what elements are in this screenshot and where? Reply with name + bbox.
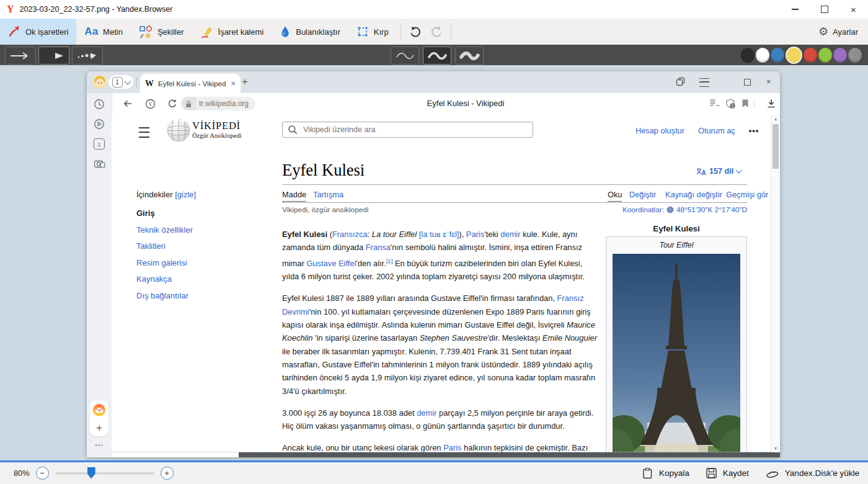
- browser-tabstrip: 1 W Eyfel Kulesi - Vikipedi × + ×: [87, 71, 780, 93]
- thin-wave-icon: [394, 50, 415, 61]
- redo-icon: [430, 25, 443, 38]
- window-minimize-button[interactable]: [781, 0, 810, 19]
- toc-item: Kaynakça: [136, 274, 248, 284]
- tool-blur[interactable]: Bulanıklaştır: [272, 19, 348, 45]
- shield-badge: 1: [732, 104, 734, 108]
- tab-article: Madde: [282, 190, 306, 202]
- marker-tool-icon: [200, 25, 213, 38]
- screenshot-image[interactable]: 1 W Eyfel Kulesi - Vikipedi × + ×: [87, 71, 780, 457]
- language-selector: A 157 dil: [696, 167, 741, 176]
- tab-counter-button: 1: [108, 75, 133, 89]
- tool-marker[interactable]: İşaret kalemi: [192, 19, 272, 45]
- stroke-width-thin-button[interactable]: [391, 47, 419, 65]
- yandex-logo-icon: Y: [7, 4, 14, 14]
- arrow-style-thin-button[interactable]: [5, 47, 36, 65]
- lock-icon: [185, 100, 192, 108]
- tab-talk: Tartışma: [313, 190, 343, 199]
- toc-header: İçindekiler [gizle]: [136, 190, 248, 199]
- palette-color-4[interactable]: [804, 48, 817, 63]
- stroke-width-medium-button[interactable]: [423, 47, 451, 65]
- tabstrip-divider: [136, 78, 137, 87]
- window-close-button[interactable]: ×: [839, 0, 868, 19]
- arrow-style-dotted-button[interactable]: [72, 47, 103, 65]
- title-divider: [282, 184, 747, 185]
- download-icon: [766, 99, 776, 109]
- browser-menu-icon: [699, 78, 709, 87]
- copy-icon: [642, 467, 653, 479]
- editor-statusbar: 80% − + Kopyala Kaydet: [0, 460, 868, 484]
- scroll-up-icon: ▲: [771, 117, 780, 121]
- upload-disk-button[interactable]: Yandex.Disk'e yükle: [765, 467, 859, 479]
- window-maximize-button[interactable]: [810, 0, 839, 19]
- zoom-slider-handle[interactable]: [87, 467, 95, 479]
- bold-arrow-icon: [42, 50, 66, 61]
- browser-tab-active: W Eyfel Kulesi - Vikipedi ×: [140, 74, 241, 93]
- refresh-icon: [167, 99, 177, 109]
- undo-button[interactable]: [405, 21, 426, 42]
- article-tabs: Madde Tartışma Oku Değiştir Kaynağı deği…: [282, 190, 747, 203]
- tab-edit-source: Kaynağı değiştir: [665, 190, 722, 199]
- table-of-contents: İçindekiler [gizle] GirişTeknik özellikl…: [136, 190, 248, 307]
- sidebar-more-icon: •••: [87, 442, 112, 449]
- thick-wave-icon: [459, 50, 480, 61]
- tool-options-bar: [0, 45, 868, 65]
- zoom-out-button[interactable]: −: [36, 467, 49, 480]
- navbar-divider: [754, 99, 755, 108]
- arrow-style-bold-button[interactable]: [38, 47, 69, 65]
- editor-canvas[interactable]: 1 W Eyfel Kulesi - Vikipedi × + ×: [0, 65, 868, 460]
- site-subtitle-row: Vikipedi, özgür ansiklopedi Koordinatlar…: [282, 205, 747, 214]
- toc-hide-link: [gizle]: [175, 190, 196, 199]
- gear-icon: ⚙: [818, 26, 828, 37]
- toolbar-divider: [401, 24, 401, 40]
- zoom-slider[interactable]: [55, 472, 154, 475]
- zoom-level: 80%: [14, 468, 30, 478]
- blur-tool-icon: [280, 25, 291, 38]
- url-text: tr.wikipedia.org: [196, 99, 249, 108]
- infobox-subtitle: Tour Eiffel: [606, 241, 746, 249]
- stroke-width-thick-button[interactable]: [455, 47, 484, 65]
- redo-button[interactable]: [426, 21, 447, 42]
- save-floppy-icon: [706, 467, 717, 479]
- palette-color-1[interactable]: [756, 48, 769, 63]
- scroll-down-icon: ▼: [771, 446, 780, 450]
- page-scrollbar[interactable]: ▲ ▼: [771, 115, 780, 457]
- tool-arrows[interactable]: Ok işaretleri: [0, 19, 76, 45]
- history-clock-icon: [94, 99, 105, 110]
- palette-color-2[interactable]: [771, 48, 784, 63]
- login-link: Oturum aç: [698, 126, 735, 135]
- wiki-menu-icon: [139, 127, 149, 138]
- wiki-user-links: Hesap oluştur Oturum aç •••: [636, 126, 771, 135]
- palette-color-0[interactable]: [741, 48, 755, 63]
- bookmark-icon: [742, 99, 749, 108]
- browser-navbar: Y tr.wikipedia.org Eyfel Kulesi - Vikipe…: [112, 93, 780, 115]
- color-palette: [741, 45, 862, 65]
- save-button[interactable]: Kaydet: [706, 467, 749, 479]
- tab-title: Eyfel Kulesi - Vikipedi: [158, 79, 226, 87]
- window-titlebar: Y 2023-03-20_22-32-57.png - Yandex.Brows…: [0, 0, 868, 19]
- palette-color-7[interactable]: [848, 48, 862, 63]
- palette-color-6[interactable]: [833, 48, 847, 63]
- address-bar: tr.wikipedia.org: [181, 97, 255, 110]
- translate-icon: A: [696, 167, 706, 176]
- search-input: [302, 125, 533, 135]
- toc-item: Resim galerisi: [136, 258, 248, 268]
- chevron-down-icon: [736, 168, 742, 174]
- copy-button[interactable]: Kopyala: [642, 467, 689, 479]
- settings-button[interactable]: ⚙ Ayarlar: [818, 26, 868, 37]
- crop-tool-icon: [356, 25, 369, 38]
- scrollbar-thumb: [773, 124, 779, 169]
- editor-toolbar: Ok işaretleri Aa Metin Şekiller İşaret k…: [0, 19, 868, 45]
- yandex-disk-icon: [765, 467, 779, 479]
- palette-color-3[interactable]: [786, 47, 802, 64]
- toc-item: Taklitleri: [136, 241, 248, 251]
- tool-shapes[interactable]: Şekiller: [131, 19, 192, 45]
- site-subtitle: Vikipedi, özgür ansiklopedi: [282, 205, 368, 214]
- tool-text[interactable]: Aa Metin: [76, 19, 131, 45]
- create-account-link: Hesap oluştur: [636, 126, 684, 135]
- yandex-zen-icon: Y: [145, 99, 156, 109]
- wikipedia-globe-logo: [165, 116, 192, 143]
- reader-mode-icon: [709, 99, 720, 108]
- zoom-in-button[interactable]: +: [161, 467, 174, 480]
- tool-crop[interactable]: Kırp: [348, 19, 397, 45]
- palette-color-5[interactable]: [818, 48, 832, 63]
